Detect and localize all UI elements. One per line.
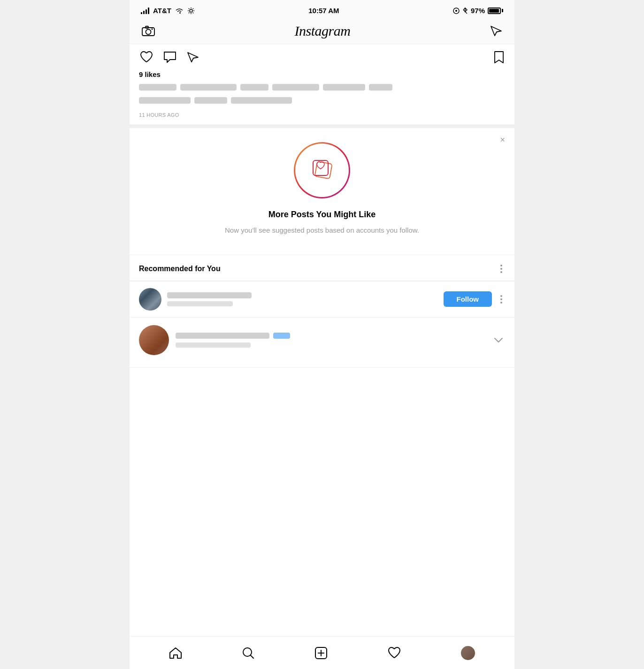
user-info-1 [167, 292, 438, 306]
svg-line-5 [189, 8, 189, 8]
signal-icon [141, 8, 149, 14]
follow-button-1[interactable]: Follow [444, 291, 492, 307]
recommended-user-row-1: Follow [130, 281, 514, 318]
svg-rect-13 [146, 26, 148, 28]
post-user-avatar [139, 325, 169, 355]
status-time: 10:57 AM [308, 7, 339, 15]
phone-container: AT&T 10:57 AM [130, 0, 514, 669]
direct-message-button[interactable] [489, 24, 503, 38]
share-button[interactable] [186, 51, 200, 64]
nav-profile-button[interactable] [455, 642, 481, 664]
post-actions [130, 44, 514, 70]
user-more-button-1[interactable] [498, 293, 505, 305]
wifi-icon [175, 8, 184, 14]
post-preview-content [176, 333, 485, 348]
bottom-nav [130, 636, 514, 669]
camera-button[interactable] [141, 24, 156, 38]
svg-line-8 [189, 12, 189, 13]
nav-bar: Instagram [130, 18, 514, 44]
status-bar: AT&T 10:57 AM [130, 0, 514, 18]
app-logo: Instagram [295, 23, 351, 39]
nav-home-button[interactable] [163, 643, 188, 663]
status-right: 97% [453, 7, 503, 15]
bottom-nav-spacer [130, 368, 514, 405]
comment-button[interactable] [162, 50, 177, 64]
suggestion-icon-wrapper [139, 142, 505, 198]
post-preview-blue-tag [273, 333, 290, 339]
svg-point-14 [152, 29, 153, 30]
suggestion-subtitle: Now you'll see suggested posts based on … [139, 225, 505, 236]
bluetooth-icon [462, 7, 468, 15]
user-avatar-1 [139, 288, 161, 311]
likes-count: 9 likes [130, 70, 514, 82]
recommended-more-button[interactable] [498, 263, 505, 275]
suggestion-card: × More Posts You Might Like Now you'll s… [130, 128, 514, 255]
recommended-title: Recommended for You [139, 265, 221, 273]
status-left: AT&T [141, 7, 195, 15]
suggestion-title: More Posts You Might Like [139, 210, 505, 220]
like-button[interactable] [139, 50, 154, 64]
carrier-label: AT&T [153, 7, 171, 15]
svg-point-0 [190, 9, 192, 12]
nav-activity-button[interactable] [382, 643, 406, 663]
posts-heart-icon [306, 154, 338, 187]
section-divider [130, 124, 514, 128]
nav-search-button[interactable] [237, 643, 260, 663]
post-timestamp: 11 HOURS AGO [130, 112, 514, 124]
svg-point-10 [455, 10, 457, 12]
close-suggestion-button[interactable]: × [500, 136, 505, 144]
post-preview-row [130, 318, 514, 363]
post-actions-left [139, 50, 200, 64]
post-preview-sub-blur [176, 342, 251, 348]
collapse-button[interactable] [492, 335, 505, 345]
user-sub-blur-1 [167, 301, 233, 306]
svg-line-18 [251, 655, 254, 658]
location-icon [453, 8, 460, 14]
nav-profile-avatar [461, 646, 475, 660]
battery-percent: 97% [471, 7, 485, 15]
svg-line-7 [193, 8, 193, 8]
post-preview-name-blur [176, 333, 269, 339]
nav-add-button[interactable] [309, 643, 333, 663]
svg-line-6 [193, 12, 193, 13]
brightness-icon [187, 7, 195, 15]
recommended-header: Recommended for You [130, 255, 514, 281]
svg-rect-15 [315, 161, 332, 179]
post-caption [130, 82, 514, 112]
suggestion-icon-circle [294, 142, 350, 198]
user-name-blur-1 [167, 292, 252, 298]
svg-point-12 [146, 30, 151, 35]
battery-icon [488, 8, 503, 14]
save-button[interactable] [493, 50, 505, 65]
